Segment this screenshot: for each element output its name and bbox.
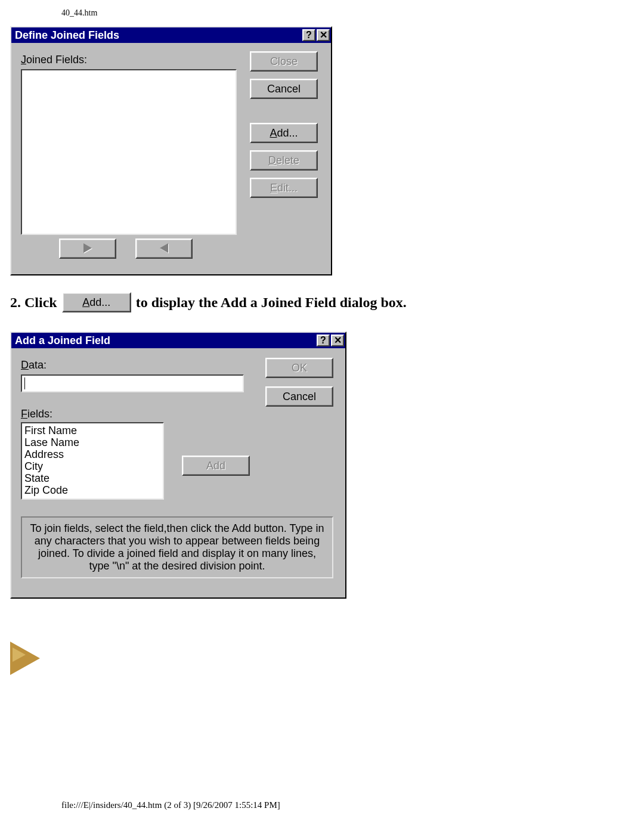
- fields-listbox[interactable]: First Name Lase Name Address City State …: [21, 422, 164, 500]
- fields-label: Fields:: [21, 408, 52, 420]
- dialog-titlebar: Define Joined Fields ? ✕: [11, 27, 331, 43]
- arrow-left-icon: [160, 240, 168, 258]
- list-item[interactable]: State: [24, 472, 160, 484]
- inline-add-button: Add...: [62, 292, 131, 312]
- instruction-step-2: 2. Click Add... to display the Add a Joi…: [10, 292, 407, 312]
- cancel-button[interactable]: Cancel: [250, 79, 318, 99]
- text-caret: [24, 377, 25, 389]
- define-joined-fields-dialog: Define Joined Fields ? ✕ Joined Fields: …: [10, 26, 332, 275]
- data-label: Data:: [21, 359, 47, 371]
- help-text: To join fields, select the field,then cl…: [21, 516, 333, 578]
- joined-fields-listbox[interactable]: [21, 69, 237, 235]
- help-icon[interactable]: ?: [317, 335, 330, 346]
- ok-button: OK: [265, 358, 333, 378]
- dialog-title: Add a Joined Field: [15, 335, 315, 347]
- next-page-arrow-icon[interactable]: [10, 642, 46, 677]
- edit-button: Edit...: [250, 178, 318, 198]
- close-icon[interactable]: ✕: [331, 335, 344, 346]
- list-item[interactable]: Zip Code: [24, 484, 160, 496]
- dialog-title: Define Joined Fields: [15, 29, 301, 42]
- page-header: 40_44.htm: [61, 8, 97, 18]
- page-footer: file:///E|/insiders/40_44.htm (2 of 3) […: [61, 800, 280, 810]
- list-item[interactable]: Address: [24, 448, 160, 460]
- data-input[interactable]: [21, 374, 244, 392]
- close-button: Close: [250, 51, 318, 72]
- joined-fields-label: Joined Fields:: [21, 54, 87, 66]
- move-down-button: [59, 239, 116, 259]
- list-item[interactable]: First Name: [24, 425, 160, 436]
- list-item[interactable]: City: [24, 460, 160, 472]
- add-button[interactable]: Add...: [250, 123, 318, 143]
- delete-button: Delete: [250, 150, 318, 171]
- add-joined-field-dialog: Add a Joined Field ? ✕ Data: Fields: Fir…: [10, 332, 346, 599]
- add-field-button: Add: [182, 456, 250, 476]
- move-up-button: [135, 239, 193, 259]
- dialog-titlebar: Add a Joined Field ? ✕: [11, 333, 345, 348]
- close-icon[interactable]: ✕: [317, 29, 330, 41]
- arrow-right-icon: [83, 240, 92, 258]
- list-item[interactable]: Lase Name: [24, 436, 160, 448]
- help-icon[interactable]: ?: [302, 29, 315, 41]
- cancel-button[interactable]: Cancel: [265, 386, 333, 407]
